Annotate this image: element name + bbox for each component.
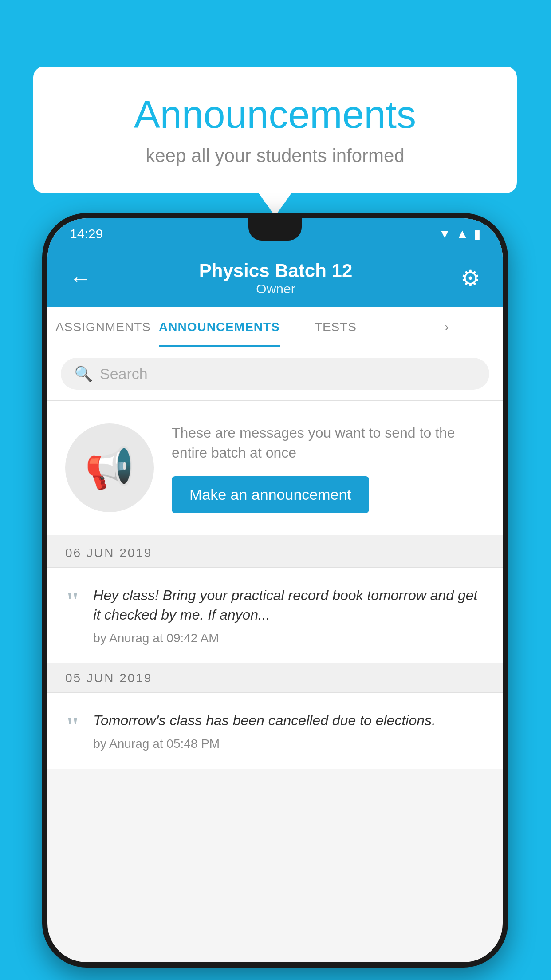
tab-announcements[interactable]: ANNOUNCEMENTS [159,307,280,347]
battery-icon: ▮ [474,227,480,241]
tab-more[interactable]: › [391,307,503,347]
search-placeholder: Search [100,365,148,383]
status-icons: ▼ ▲ ▮ [439,227,480,241]
announcement-meta-1: by Anurag at 09:42 AM [93,631,485,645]
search-icon: 🔍 [74,365,93,383]
notch [248,218,302,241]
bubble-title: Announcements [69,93,481,136]
status-bar: 14:29 ▼ ▲ ▮ [47,218,503,249]
bubble-subtitle: keep all your students informed [69,145,481,166]
search-container: 🔍 Search [47,347,503,401]
speech-bubble: Announcements keep all your students inf… [33,67,517,193]
speech-bubble-container: Announcements keep all your students inf… [33,67,517,193]
header-center: Physics Batch 12 Owner [199,260,353,296]
tab-tests[interactable]: TESTS [280,307,391,347]
app-header: ← Physics Batch 12 Owner ⚙ [47,249,503,307]
date-separator-2: 05 JUN 2019 [47,664,503,693]
tab-assignments[interactable]: ASSIGNMENTS [47,307,159,347]
megaphone-icon: 📢 [85,445,134,491]
make-announcement-button[interactable]: Make an announcement [172,476,369,513]
header-subtitle: Owner [199,281,353,296]
phone-frame: 14:29 ▼ ▲ ▮ ← Physics Batch 12 Owner ⚙ A… [42,213,508,968]
back-button[interactable]: ← [70,266,91,291]
announcement-meta-2: by Anurag at 05:48 PM [93,737,485,751]
announcement-content-2: Tomorrow's class has been cancelled due … [93,711,485,751]
search-input-wrapper[interactable]: 🔍 Search [61,358,489,390]
header-title: Physics Batch 12 [199,260,353,281]
wifi-icon: ▼ [439,227,451,241]
tabs-bar: ASSIGNMENTS ANNOUNCEMENTS TESTS › [47,307,503,347]
prompt-description: These are messages you want to send to t… [172,423,485,463]
status-time: 14:29 [70,226,103,241]
announcement-prompt: 📢 These are messages you want to send to… [47,401,503,539]
phone-inner: 14:29 ▼ ▲ ▮ ← Physics Batch 12 Owner ⚙ A… [47,218,503,962]
announcement-item-1[interactable]: " Hey class! Bring your practical record… [47,568,503,664]
quote-icon-1: " [65,588,80,614]
megaphone-circle: 📢 [65,423,154,512]
signal-icon: ▲ [456,227,468,241]
announcement-text-1: Hey class! Bring your practical record b… [93,585,485,625]
quote-icon-2: " [65,713,80,739]
announcement-item-2[interactable]: " Tomorrow's class has been cancelled du… [47,693,503,769]
announcement-content-1: Hey class! Bring your practical record b… [93,585,485,646]
date-separator-1: 06 JUN 2019 [47,539,503,568]
announcement-text-2: Tomorrow's class has been cancelled due … [93,711,485,731]
prompt-right: These are messages you want to send to t… [172,423,485,513]
gear-icon[interactable]: ⚙ [460,265,480,291]
